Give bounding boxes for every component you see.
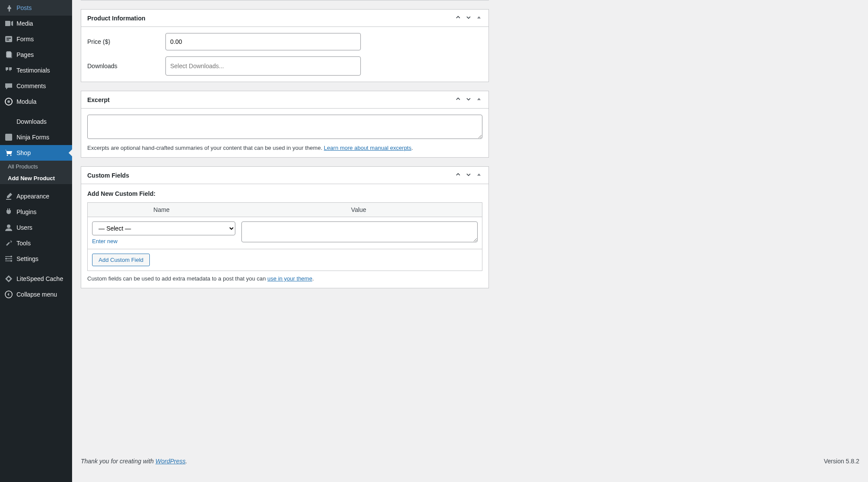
comments-icon (4, 82, 13, 90)
sidebar-item-tools[interactable]: Tools (0, 235, 72, 251)
ninja-icon (4, 133, 13, 142)
cf-col-value: Value (235, 203, 482, 217)
sidebar-item-plugins[interactable]: Plugins (0, 204, 72, 220)
quote-icon (4, 66, 13, 75)
sidebar-item-label: Ninja Forms (17, 134, 49, 141)
wrench-icon (4, 239, 13, 248)
svg-point-10 (10, 256, 12, 258)
move-up-icon[interactable] (455, 14, 462, 22)
modula-icon (4, 97, 13, 106)
svg-point-6 (7, 224, 10, 228)
svg-rect-9 (5, 261, 10, 261)
sidebar-item-posts[interactable]: Posts (0, 0, 72, 16)
sidebar-item-label: Shop (17, 149, 31, 156)
panel-excerpt: Excerpt Excerpts are optional hand-craft… (81, 91, 489, 158)
downloads-label: Downloads (87, 63, 165, 69)
footer: Thank you for creating with WordPress. V… (81, 449, 859, 473)
cf-name-select[interactable]: — Select — (92, 221, 235, 235)
panel-custom-fields: Custom Fields Add New Custom Field: Name… (81, 166, 489, 288)
svg-rect-1 (7, 38, 11, 39)
sidebar-item-settings[interactable]: Settings (0, 251, 72, 267)
svg-rect-2 (7, 40, 9, 40)
wordpress-link[interactable]: WordPress (155, 458, 185, 465)
panel-title: Product Information (87, 15, 145, 22)
brush-icon (4, 192, 13, 201)
forms-icon (4, 35, 13, 43)
sidebar-item-collapse[interactable]: Collapse menu (0, 287, 72, 302)
excerpt-textarea[interactable] (87, 115, 482, 139)
version-label: Version 5.8.2 (824, 458, 859, 465)
sidebar-item-label: Comments (17, 83, 46, 89)
custom-field-table: Name Value — Select — Enter new (87, 202, 482, 271)
sidebar-item-label: Collapse menu (17, 291, 57, 298)
downloads-select[interactable] (165, 56, 361, 76)
svg-rect-5 (5, 134, 12, 141)
sidebar-item-label: Appearance (17, 193, 50, 200)
svg-point-11 (5, 258, 7, 260)
svg-rect-8 (7, 258, 12, 259)
sidebar-item-shop[interactable]: Shop (0, 145, 72, 161)
pin-icon (4, 3, 13, 12)
plug-icon (4, 208, 13, 216)
sidebar-item-testimonials[interactable]: Testimonials (0, 63, 72, 78)
download-icon (4, 117, 13, 126)
cf-help-text: Custom fields can be used to add extra m… (87, 275, 482, 282)
svg-rect-7 (5, 256, 10, 257)
move-up-icon[interactable] (455, 96, 462, 104)
sidebar-item-forms[interactable]: Forms (0, 31, 72, 47)
move-down-icon[interactable] (465, 171, 472, 179)
move-down-icon[interactable] (465, 96, 472, 104)
price-label: Price ($) (87, 38, 165, 45)
sidebar-item-media[interactable]: Media (0, 16, 72, 31)
collapse-icon (4, 290, 13, 299)
cf-value-textarea[interactable] (241, 221, 478, 242)
sidebar-item-ninja-forms[interactable]: Ninja Forms (0, 129, 72, 145)
sidebar-item-label: Tools (17, 240, 31, 247)
toggle-panel-icon[interactable] (475, 96, 482, 104)
pages-icon (4, 50, 13, 59)
gear-icon (4, 254, 13, 263)
sidebar-item-downloads[interactable]: Downloads (0, 114, 72, 129)
sidebar-item-label: Pages (17, 51, 34, 58)
add-custom-field-button[interactable]: Add Custom Field (92, 254, 150, 266)
litespeed-icon (4, 274, 13, 283)
cf-col-name: Name (88, 203, 235, 217)
excerpt-help-link[interactable]: Learn more about manual excerpts (324, 145, 412, 151)
submenu-all-products[interactable]: All Products (0, 161, 72, 172)
sidebar-item-label: Users (17, 224, 33, 231)
custom-field-heading: Add New Custom Field: (87, 190, 482, 197)
panel-header: Excerpt (81, 91, 488, 109)
sidebar-item-label: Settings (17, 255, 39, 262)
move-up-icon[interactable] (455, 171, 462, 179)
svg-point-4 (7, 100, 10, 103)
sidebar-item-label: Downloads (17, 118, 46, 125)
sidebar-item-label: Plugins (17, 208, 36, 215)
panel-header: Product Information (81, 10, 488, 27)
panel-product-information: Product Information Price ($) Downloads (81, 9, 489, 82)
panel-title: Custom Fields (87, 172, 129, 179)
sidebar-item-modula[interactable]: Modula (0, 94, 72, 109)
submenu-add-new-product[interactable]: Add New Product (0, 172, 72, 184)
main-content: Product Information Price ($) Downloads (72, 0, 868, 482)
sidebar-item-comments[interactable]: Comments (0, 78, 72, 94)
sidebar-item-label: Modula (17, 98, 36, 105)
toggle-panel-icon[interactable] (475, 171, 482, 179)
toggle-panel-icon[interactable] (475, 14, 482, 22)
svg-rect-0 (5, 36, 12, 42)
sidebar-item-label: LiteSpeed Cache (17, 275, 63, 282)
price-input[interactable] (165, 33, 361, 50)
panel-title: Excerpt (87, 96, 109, 103)
admin-sidebar: Posts Media Forms Pages Testimonials Com… (0, 0, 72, 482)
cart-icon (4, 149, 13, 157)
sidebar-item-pages[interactable]: Pages (0, 47, 72, 63)
sidebar-item-litespeed[interactable]: LiteSpeed Cache (0, 271, 72, 287)
svg-point-12 (10, 260, 12, 262)
move-down-icon[interactable] (465, 14, 472, 22)
sidebar-item-label: Media (17, 20, 33, 27)
panel-header: Custom Fields (81, 167, 488, 184)
sidebar-item-users[interactable]: Users (0, 220, 72, 235)
cf-help-link[interactable]: use in your theme (267, 275, 312, 282)
sidebar-item-appearance[interactable]: Appearance (0, 188, 72, 204)
user-icon (4, 223, 13, 232)
enter-new-link[interactable]: Enter new (92, 238, 118, 244)
